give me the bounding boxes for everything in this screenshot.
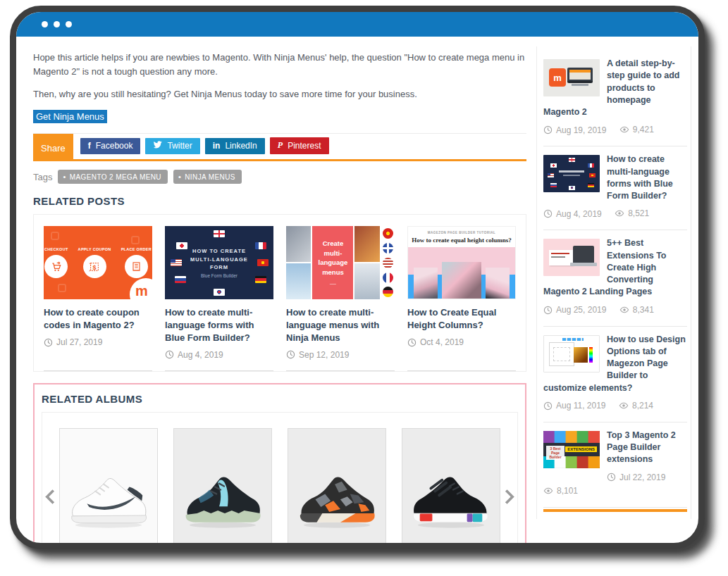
related-post-card[interactable]: MAGEZON PAGE BUILDER TUTORIAL How to cre… bbox=[407, 226, 516, 371]
japan-flag-icon bbox=[550, 163, 557, 168]
get-ninja-menus-link[interactable]: Get Ninja Menus bbox=[33, 110, 107, 123]
svg-text:$: $ bbox=[93, 264, 97, 271]
album-item-camo-orange-sneaker[interactable] bbox=[288, 428, 386, 549]
sidebar-post-item[interactable]: m A detail step-by-step guide to add pro… bbox=[543, 51, 687, 146]
linkedin-label: LinkedIn bbox=[225, 141, 257, 151]
sidebar-thumbnail-add-products[interactable]: m bbox=[543, 59, 600, 96]
browser-window: Hope this article helps if you are newbi… bbox=[10, 6, 705, 549]
related-post-card[interactable]: CHECKOUT APPLY COUPON $ PLACE ORDER m bbox=[44, 226, 152, 371]
divider-dash: — bbox=[330, 280, 336, 287]
photo-column bbox=[354, 226, 379, 299]
linkedin-share-button[interactable]: in LinkedIn bbox=[205, 138, 265, 154]
vietnam-flag-icon bbox=[589, 173, 596, 177]
sidebar-post-item[interactable]: 3 Best Page Builder EXTENSIONS Top 3 Mag… bbox=[543, 422, 687, 508]
post-date: Aug 4, 2019 bbox=[165, 350, 223, 360]
france-flag-icon bbox=[383, 273, 393, 283]
facebook-share-button[interactable]: f Facebook bbox=[80, 138, 141, 154]
england-flag-icon bbox=[214, 230, 225, 237]
clock-icon bbox=[543, 125, 553, 134]
uk-flag-icon bbox=[383, 243, 393, 253]
color-picker-icon bbox=[574, 347, 588, 363]
post-thumbnail-multilanguage-forms[interactable]: HOW TO CREATE MULTI-LANGUAGE FORM Blue F… bbox=[165, 226, 273, 299]
post-title-link[interactable]: How to create coupon codes in Magento 2? bbox=[44, 306, 152, 331]
window-control-dot[interactable] bbox=[66, 21, 72, 27]
thumbnail-subtitle: Blue Form Builder bbox=[184, 273, 254, 278]
related-posts-heading: RELATED POSTS bbox=[33, 195, 526, 207]
post-date: Oct 4, 2019 bbox=[407, 337, 464, 347]
carousel-next-button[interactable] bbox=[500, 489, 514, 504]
photo-column bbox=[286, 226, 311, 299]
window-control-dot[interactable] bbox=[42, 21, 48, 27]
album-item-white-sneaker[interactable] bbox=[59, 428, 158, 549]
post-thumbnail-equal-height-columns[interactable]: MAGEZON PAGE BUILDER TUTORIAL How to cre… bbox=[407, 226, 516, 299]
sidebar-post-item[interactable]: How to create multi-language forms with … bbox=[543, 146, 687, 230]
sidebar-thumbnail-design-options[interactable] bbox=[543, 335, 600, 372]
carousel-prev-button[interactable] bbox=[45, 489, 60, 504]
window-control-dot[interactable] bbox=[54, 21, 60, 27]
rainbow-slider bbox=[589, 347, 593, 363]
post-thumbnail-multilanguage-menus[interactable]: Create multi-language menus — bbox=[286, 226, 395, 299]
post-title-link[interactable]: How to Create Equal Height Columns? bbox=[407, 306, 516, 331]
page-content: Hope this article helps if you are newbi… bbox=[16, 37, 698, 549]
clock-icon bbox=[543, 209, 553, 218]
post-thumbnail-coupon-codes[interactable]: CHECKOUT APPLY COUPON $ PLACE ORDER m bbox=[44, 226, 152, 299]
album-item-black-mint-sneaker[interactable] bbox=[173, 428, 272, 549]
tag-ninja-menus[interactable]: • NINJA MENUS bbox=[173, 170, 242, 184]
related-albums-heading: RELATED ALBUMS bbox=[42, 393, 518, 405]
sidebar-post-views: 8,341 bbox=[619, 305, 654, 315]
caption-line bbox=[551, 256, 565, 258]
post-title-link[interactable]: How to create multi-language menus with … bbox=[286, 306, 395, 344]
order-document-icon bbox=[125, 255, 148, 278]
tag-magento-2-mega-menu[interactable]: • MAGENTO 2 MEGA MENU bbox=[58, 170, 167, 184]
linkedin-icon: in bbox=[213, 141, 221, 151]
clock-icon bbox=[607, 472, 616, 482]
south-korea-flag-icon bbox=[569, 186, 575, 190]
sidebar-thumbnail-page-builder-extensions[interactable]: 3 Best Page Builder EXTENSIONS bbox=[543, 431, 600, 468]
extensions-badge: EXTENSIONS bbox=[565, 446, 597, 452]
germany-flag-icon bbox=[255, 276, 266, 283]
germany-flag-icon bbox=[588, 183, 594, 187]
caption-line bbox=[559, 170, 584, 173]
eye-icon bbox=[619, 125, 629, 134]
tag-label: NINJA MENUS bbox=[185, 173, 235, 181]
sidebar-popular-posts: m A detail step-by-step guide to add pro… bbox=[536, 46, 691, 519]
thumbnail-title: How to create equal height columns? bbox=[411, 237, 512, 244]
thumbnail-caption: MAGEZON PAGE BUILDER TUTORIAL How to cre… bbox=[408, 227, 515, 247]
post-title-link[interactable]: How to create multi-language forms with … bbox=[165, 306, 273, 344]
camera-photo bbox=[414, 268, 438, 299]
tag-bullet-icon: • bbox=[63, 173, 66, 181]
post-date: Jul 27, 2019 bbox=[44, 337, 102, 347]
lens-photo bbox=[486, 268, 510, 299]
facebook-icon: f bbox=[88, 141, 91, 151]
clock-icon bbox=[543, 401, 553, 411]
share-buttons: f Facebook Twitter in LinkedIn P Pintere… bbox=[80, 134, 329, 159]
thumbnail-kicker: MAGEZON PAGE BUILDER TUTORIAL bbox=[411, 231, 512, 234]
sidebar-post-item[interactable]: How to use Design Options tab of Magezon… bbox=[543, 327, 687, 422]
sidebar-post-date: Aug 25, 2019 bbox=[543, 305, 606, 315]
checkout-step: CHECKOUT bbox=[44, 247, 68, 278]
pinterest-label: Pinterest bbox=[288, 141, 321, 151]
sidebar-thumbnail-multilanguage-forms[interactable] bbox=[543, 155, 600, 192]
twitter-share-button[interactable]: Twitter bbox=[145, 138, 199, 154]
phone-booth-photo bbox=[354, 226, 379, 262]
sidebar-thumbnail-landing-pages[interactable] bbox=[543, 239, 600, 276]
related-post-card[interactable]: Create multi-language menus — bbox=[286, 226, 395, 371]
pinterest-share-button[interactable]: P Pinterest bbox=[270, 137, 329, 154]
magento-logo-icon: m bbox=[130, 278, 152, 299]
clock-icon bbox=[286, 350, 295, 359]
sidebar-post-item[interactable]: 5++ Best Extensions To Create High Conve… bbox=[543, 230, 687, 326]
clock-icon bbox=[165, 350, 174, 359]
magento-watermark-icon bbox=[51, 232, 59, 240]
album-item-black-nmd-sneaker[interactable] bbox=[402, 428, 500, 549]
russia-flag-icon bbox=[550, 183, 557, 187]
thumbnail-caption: HOW TO CREATE MULTI-LANGUAGE FORM Blue F… bbox=[184, 248, 254, 279]
vietnam-flag-icon bbox=[257, 259, 269, 266]
related-post-card[interactable]: HOW TO CREATE MULTI-LANGUAGE FORM Blue F… bbox=[165, 226, 273, 371]
post-date: Sep 12, 2019 bbox=[286, 350, 349, 360]
germany-flag-icon bbox=[383, 287, 393, 297]
france-flag-icon bbox=[255, 242, 266, 249]
thumbnail-photos bbox=[408, 247, 515, 299]
statue-photo bbox=[286, 263, 311, 299]
photographer-photo bbox=[442, 262, 481, 299]
sidebar-post-views: 8,214 bbox=[619, 401, 653, 411]
